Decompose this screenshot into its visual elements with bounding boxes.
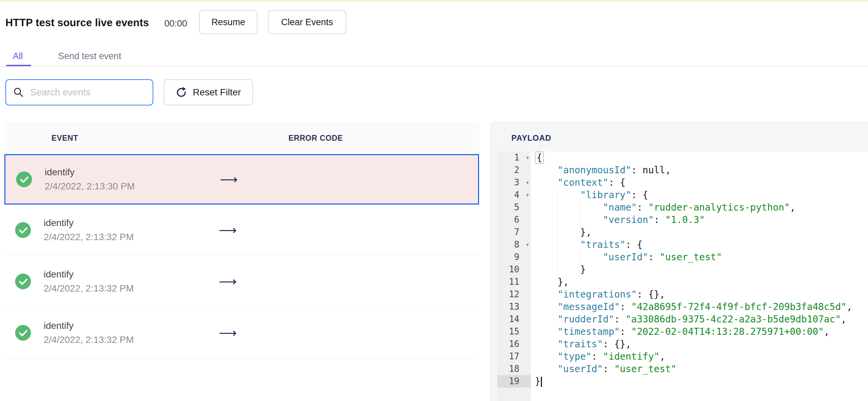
indent-guide — [535, 263, 557, 276]
fold-toggle-icon[interactable]: ▾ — [526, 152, 529, 164]
json-punctuation: : — [654, 214, 665, 225]
json-punctuation: : {}, — [637, 289, 665, 300]
indent-guide — [535, 276, 557, 288]
event-arrow-icon: ⟶ — [219, 223, 237, 237]
indent-guide — [557, 213, 580, 226]
json-key: "version" — [603, 214, 654, 225]
code-line: "library": { — [535, 189, 868, 201]
json-string: "user_test" — [659, 252, 722, 263]
event-row[interactable]: identify2/4/2022, 2:13:30 PM⟶ — [4, 154, 479, 204]
line-number: 7 — [497, 226, 531, 238]
indent-guide — [535, 164, 557, 176]
event-arrow-icon: ⟶ — [219, 274, 237, 289]
json-key: "messageId" — [557, 301, 620, 312]
code-line: { — [535, 152, 868, 164]
line-number: 18 — [497, 363, 531, 375]
fold-toggle-icon[interactable]: ▾ — [526, 238, 529, 251]
json-punctuation: , — [824, 326, 830, 337]
line-number: 10 — [497, 263, 531, 276]
json-key: "userId" — [603, 252, 648, 263]
line-number: 16 — [497, 338, 531, 350]
line-number: 4▾ — [497, 189, 531, 201]
code-line: "traits": {}, — [535, 338, 868, 350]
code-line: "userId": "user_test" — [535, 363, 868, 375]
json-punctuation: : — [592, 351, 603, 362]
indent-guide — [535, 313, 557, 326]
search-input[interactable] — [30, 87, 152, 98]
json-punctuation: : { — [626, 239, 643, 250]
code-line: "timestamp": "2022-02-04T14:13:28.275971… — [535, 326, 868, 338]
code-line: "context": { — [535, 176, 868, 189]
text-cursor — [541, 377, 542, 387]
resume-button[interactable]: Resume — [199, 10, 257, 34]
json-key: "userId" — [557, 363, 603, 374]
json-key: "traits" — [580, 239, 626, 250]
indent-guide — [557, 226, 580, 238]
indent-guide — [535, 301, 557, 313]
indent-guide — [580, 213, 603, 226]
line-number: 11 — [497, 276, 531, 288]
event-name: identify — [45, 165, 135, 179]
indent-guide — [535, 213, 557, 226]
payload-title: PAYLOAD — [511, 133, 551, 143]
json-key: "name" — [603, 202, 637, 213]
code-lines: {"anonymousId": null,"context": {"librar… — [531, 152, 868, 401]
line-number: 1▾ — [497, 152, 531, 164]
code-line: "userId": "user_test" — [535, 251, 868, 263]
line-number: 6 — [497, 213, 531, 226]
indent-guide — [535, 350, 557, 363]
json-string: "user_test" — [614, 363, 676, 374]
event-arrow-icon: ⟶ — [220, 172, 238, 187]
indent-guide — [535, 363, 557, 375]
json-punctuation: : — [648, 252, 659, 263]
events-table-header: EVENT ERROR CODE — [4, 122, 479, 154]
tab-all[interactable]: All — [13, 51, 23, 62]
search-icon — [13, 87, 24, 98]
fold-toggle-icon[interactable]: ▾ — [526, 189, 529, 201]
payload-panel: PAYLOAD 1▾23▾4▾5678▾91011121314151617181… — [490, 122, 868, 401]
success-check-icon — [15, 274, 31, 290]
json-punctuation: { — [535, 152, 544, 164]
indent-guide — [535, 189, 557, 201]
indent-guide — [557, 201, 580, 213]
event-rows: identify2/4/2022, 2:13:30 PM⟶identify2/4… — [4, 154, 479, 359]
indent-guide — [580, 201, 603, 213]
top-accent-strip — [0, 0, 868, 2]
json-punctuation: : — [620, 301, 631, 312]
event-row[interactable]: identify2/4/2022, 2:13:32 PM⟶ — [4, 307, 479, 359]
success-check-icon — [15, 325, 31, 341]
tab-send-test-event[interactable]: Send test event — [58, 51, 121, 62]
indent-guide — [535, 326, 557, 338]
json-string: "identify" — [603, 351, 659, 362]
json-key: "context" — [557, 177, 609, 188]
line-number: 9 — [497, 251, 531, 263]
code-line: }, — [535, 226, 868, 238]
json-punctuation: , — [659, 351, 665, 362]
event-name: identify — [44, 267, 134, 281]
json-punctuation: : — [620, 326, 631, 337]
indent-guide — [535, 251, 557, 263]
event-arrow-icon: ⟶ — [219, 326, 237, 340]
json-punctuation: : null, — [631, 165, 671, 176]
event-row[interactable]: identify2/4/2022, 2:13:32 PM⟶ — [4, 256, 479, 307]
code-gutter: 1▾23▾4▾5678▾910111213141516171819 — [497, 152, 531, 401]
payload-code-editor[interactable]: 1▾23▾4▾5678▾910111213141516171819 {"anon… — [497, 152, 868, 401]
line-number: 19 — [497, 375, 531, 388]
code-line: "name": "rudder-analytics-python", — [535, 201, 868, 213]
reset-filter-label: Reset Filter — [193, 87, 241, 98]
search-events-box[interactable] — [5, 79, 153, 105]
json-punctuation: : { — [609, 177, 626, 188]
json-key: "traits" — [557, 338, 603, 349]
json-string: "rudder-analytics-python" — [648, 202, 790, 213]
fold-toggle-icon[interactable]: ▾ — [526, 176, 529, 189]
indent-guide — [535, 238, 557, 251]
column-header-event: EVENT — [52, 122, 78, 154]
events-table: EVENT ERROR CODE identify2/4/2022, 2:13:… — [4, 122, 479, 359]
indent-guide — [535, 176, 557, 189]
line-number: 8▾ — [497, 238, 531, 251]
page-title: HTTP test source live events — [5, 17, 149, 29]
json-punctuation: }, — [557, 276, 569, 288]
reset-filter-button[interactable]: Reset Filter — [164, 79, 253, 105]
event-row[interactable]: identify2/4/2022, 2:13:32 PM⟶ — [4, 204, 479, 256]
clear-events-button[interactable]: Clear Events — [268, 10, 346, 34]
